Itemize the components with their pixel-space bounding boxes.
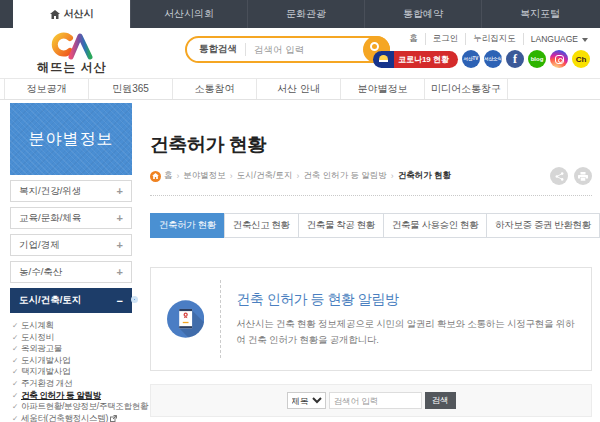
search-label: 통합검색 xyxy=(199,43,246,56)
naver-blog-icon[interactable]: blog xyxy=(528,50,546,68)
tab-use-approval[interactable]: 건축물 사용승인 현황 xyxy=(383,213,487,238)
header: 해뜨는 서산 통합검색 홈 로그인 누리집지도 LANGUAGE 코로나19 현… xyxy=(0,28,600,78)
submenu-outdoor-ads[interactable]: ✓옥외광고물 xyxy=(12,343,132,355)
page-function-buttons xyxy=(550,167,592,185)
notice-box: 건축 인허가 등 현황 알림방 서산시는 건축 현황 정보제공으로 시민의 알권… xyxy=(150,267,592,371)
breadcrumb-field-info[interactable]: 분야별정보 xyxy=(183,170,226,182)
breadcrumb-permit-board[interactable]: 건축 인허가 등 알림방 xyxy=(303,170,387,182)
link-login[interactable]: 로그인 xyxy=(426,33,467,45)
gnb-item-seosan-guide[interactable]: 서산 안내 xyxy=(256,79,340,99)
site-tab-welfare[interactable]: 복지포털 xyxy=(481,0,598,28)
seosan-tv-icon[interactable]: 서산TV xyxy=(462,50,480,68)
print-button[interactable] xyxy=(574,167,592,185)
sidebar-submenu: ✓도시계획 ✓도시정비 ✓옥외광고물 ✓도시개발사업 ✓택지개발사업 ✓주거환경… xyxy=(10,320,132,422)
site-tab-label: 서산시 xyxy=(64,7,94,21)
sns-row: 코로나19 현황 서산TV 서산소식 f blog Ch xyxy=(373,50,590,68)
link-home[interactable]: 홈 xyxy=(402,33,426,45)
logo-text: 해뜨는 서산 xyxy=(16,59,128,76)
utility-links: 홈 로그인 누리집지도 LANGUAGE xyxy=(402,33,588,45)
page-title: 건축허가 현황 xyxy=(150,132,592,158)
plus-icon: + xyxy=(117,266,123,278)
submenu-urban-renewal[interactable]: ✓도시정비 xyxy=(12,332,132,344)
board-search-bar: 제목 검색 xyxy=(150,384,592,417)
sidebar-item-education[interactable]: 교육/문화/체육 + xyxy=(10,207,132,229)
home-icon xyxy=(150,171,161,182)
document-badge-icon xyxy=(167,293,204,345)
link-language[interactable]: LANGUAGE xyxy=(524,34,588,44)
notice-text: 건축 인허가 등 현황 알림방 서산시는 건축 현황 정보제공으로 시민의 알권… xyxy=(236,291,591,347)
corona-badge[interactable]: 코로나19 현황 xyxy=(373,51,458,68)
submenu-apartment-info[interactable]: ✓아파트현황/분양정보/주택조합현황 xyxy=(12,401,132,413)
site-tab-council[interactable]: 서산시의회 xyxy=(130,0,247,28)
search-field-select[interactable]: 제목 xyxy=(287,392,326,409)
site-tab-culture[interactable]: 문화관광 xyxy=(247,0,364,28)
siren-icon xyxy=(379,55,388,62)
link-sitemap[interactable]: 누리집지도 xyxy=(466,33,524,45)
gnb-item-info-disclosure[interactable]: 정보공개 xyxy=(4,79,88,99)
instagram-icon[interactable] xyxy=(550,50,568,68)
site-logo[interactable]: 해뜨는 서산 xyxy=(16,28,128,76)
dashed-divider xyxy=(220,280,221,358)
chevron-down-icon xyxy=(582,38,588,42)
gnb-item-communication[interactable]: 소통참여 xyxy=(172,79,256,99)
submenu-urban-development[interactable]: ✓도시개발사업 xyxy=(12,355,132,367)
submenu-housing-site[interactable]: ✓택지개발사업 xyxy=(12,366,132,378)
external-link-icon xyxy=(110,415,117,422)
minus-icon: − xyxy=(117,295,123,307)
sidebar-item-agriculture[interactable]: 농/수/축산 + xyxy=(10,261,132,283)
plus-icon: + xyxy=(117,212,123,224)
main-content: 건축허가 현황 홈 › 분야별정보 › 도시/건축/토지 › 건축 인허가 등 … xyxy=(150,100,592,417)
sidebar: 분야별정보 복지/건강/위생 + 교육/문화/체육 + 기업/경제 + 농/수/… xyxy=(10,100,132,422)
body: 분야별정보 복지/건강/위생 + 교육/문화/체육 + 기업/경제 + 농/수/… xyxy=(0,100,600,422)
top-site-bar: 서산시 서산시의회 문화관광 통합예약 복지포털 xyxy=(0,0,600,28)
breadcrumb-current: 건축허가 현황 xyxy=(398,170,451,182)
notice-title: 건축 인허가 등 현황 알림방 xyxy=(236,291,591,309)
site-tab-seosan[interactable]: 서산시 xyxy=(13,0,130,28)
tab-building-report[interactable]: 건축신고 현황 xyxy=(224,213,299,238)
submenu-city-planning[interactable]: ✓도시계획 xyxy=(12,320,132,332)
gnb-item-field-info[interactable]: 분야별정보 xyxy=(340,79,424,99)
submenu-residential-improvement[interactable]: ✓주거환경 개선 xyxy=(12,378,132,390)
share-icon xyxy=(555,172,564,181)
plus-icon: + xyxy=(117,239,123,251)
seosan-news-icon[interactable]: 서산소식 xyxy=(484,50,502,68)
breadcrumb-city-building-land[interactable]: 도시/건축/토지 xyxy=(237,170,293,182)
submenu-building-permit-board[interactable]: ✓건축 인허가 등 알림방 xyxy=(12,390,132,402)
tab-building-permit[interactable]: 건축허가 현황 xyxy=(150,213,225,238)
home-icon xyxy=(50,10,60,19)
logo-icon xyxy=(49,29,95,61)
sidebar-item-city-building-land[interactable]: 도시/건축/토지 − xyxy=(10,288,132,313)
dotted-divider xyxy=(150,195,592,196)
notice-description: 서산시는 건축 현황 정보제공으로 시민의 알권리 확보와 소통하는 시정구현을… xyxy=(236,316,591,347)
board-search-input[interactable] xyxy=(329,392,422,409)
print-icon xyxy=(578,172,588,181)
camera-icon xyxy=(555,55,564,64)
breadcrumb-home[interactable]: 홈 xyxy=(150,170,173,182)
gnb-item-media[interactable]: 미디어소통창구 xyxy=(424,79,508,99)
board-search-button[interactable]: 검색 xyxy=(425,392,456,409)
sidebar-title: 분야별정보 xyxy=(10,103,132,175)
tab-defect-bond-return[interactable]: 하자보증 증권 반환현황 xyxy=(486,213,599,238)
global-nav: 정보공개 민원365 소통참여 서산 안내 분야별정보 미디어소통창구 xyxy=(0,78,600,100)
site-tab-reservation[interactable]: 통합예약 xyxy=(364,0,481,28)
tab-bar: 건축허가 현황 건축신고 현황 건축물 착공 현황 건축물 사용승인 현황 하자… xyxy=(150,213,592,238)
active-marker-dot xyxy=(131,296,138,303)
sidebar-item-business[interactable]: 기업/경제 + xyxy=(10,234,132,256)
topbar-spacer xyxy=(0,0,13,28)
facebook-icon[interactable]: f xyxy=(506,50,524,68)
plus-icon: + xyxy=(117,185,123,197)
share-button[interactable] xyxy=(550,167,568,185)
tab-construction-start[interactable]: 건축물 착공 현황 xyxy=(298,213,384,238)
sidebar-item-welfare[interactable]: 복지/건강/위생 + xyxy=(10,180,132,202)
page: 서산시 서산시의회 문화관광 통합예약 복지포털 xyxy=(0,0,600,422)
breadcrumb: 홈 › 분야별정보 › 도시/건축/토지 › 건축 인허가 등 알림방 › 건축… xyxy=(150,167,592,185)
kakao-channel-icon[interactable]: Ch xyxy=(572,50,590,68)
submenu-seumter[interactable]: ✓세움터(건축행정시스템) xyxy=(12,413,132,422)
integrated-search-box: 통합검색 xyxy=(185,36,390,63)
gnb-item-minwon365[interactable]: 민원365 xyxy=(88,79,172,99)
